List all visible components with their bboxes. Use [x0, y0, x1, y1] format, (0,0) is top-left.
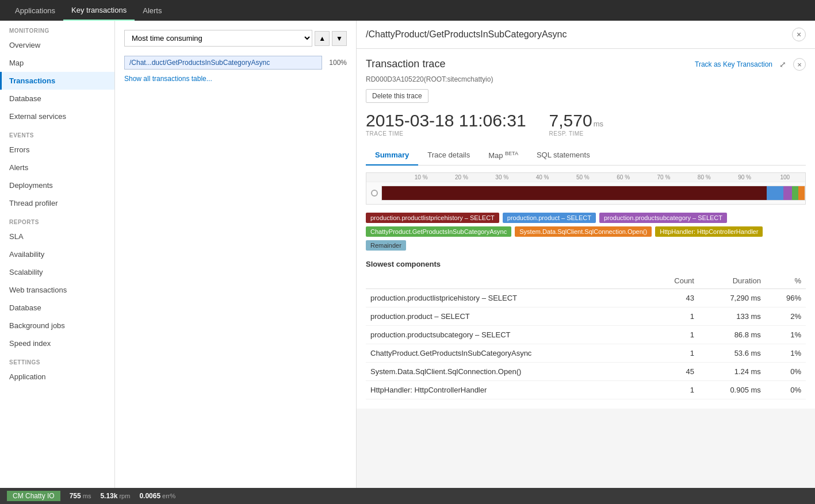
sidebar-item-alerts[interactable]: Alerts — [0, 159, 114, 176]
status-app-name[interactable]: CM Chatty IO — [7, 491, 60, 501]
sidebar-item-database[interactable]: Database — [0, 90, 114, 107]
trace-detail-panel: /ChattyProduct/GetProductsInSubCategoryA… — [357, 21, 815, 504]
main-layout: MONITORING Overview Map Transactions Dat… — [0, 21, 815, 504]
slowest-components-table: Count Duration % production.productlistp… — [366, 273, 806, 399]
sidebar-item-reports-database[interactable]: Database — [0, 299, 114, 317]
transaction-row-0[interactable]: /Chat...duct/GetProductsInSubCategoryAsy… — [124, 56, 347, 70]
sidebar-item-map[interactable]: Map — [0, 54, 114, 72]
slowest-row-3: ChattyProduct.GetProductsInSubCategoryAs… — [366, 344, 806, 363]
waterfall-segment-4 — [798, 186, 805, 200]
waterfall-axis-60: 60 % — [603, 174, 643, 180]
tab-trace-details[interactable]: Trace details — [418, 146, 479, 166]
tab-summary[interactable]: Summary — [366, 146, 418, 166]
tab-map[interactable]: Map BETA — [479, 146, 527, 166]
sidebar-item-external-services[interactable]: External services — [0, 107, 114, 125]
slowest-duration-0: 7,290 ms — [699, 289, 766, 307]
slowest-duration-5: 0.905 ms — [699, 381, 766, 399]
slowest-count-3: 1 — [650, 344, 699, 363]
show-all-link[interactable]: Show all transactions table... — [124, 75, 212, 83]
waterfall-axis-70: 70 % — [644, 174, 684, 180]
sidebar-item-availability[interactable]: Availability — [0, 245, 114, 263]
filter-select[interactable]: Most time consuming — [124, 30, 312, 47]
tt-header: Transaction trace Track as Key Transacti… — [366, 58, 806, 71]
slowest-duration-1: 133 ms — [699, 307, 766, 326]
slowest-row-1: production.product – SELECT 1 133 ms 2% — [366, 307, 806, 326]
status-bar: CM Chatty IO 755 ms 5.13k rpm 0.0065 err… — [0, 488, 815, 504]
sidebar-item-scalability[interactable]: Scalability — [0, 263, 114, 281]
waterfall-axis-80: 80 % — [684, 174, 724, 180]
filter-sort-asc[interactable]: ▲ — [315, 31, 330, 46]
slowest-row-0: production.productlistpricehistory – SEL… — [366, 289, 806, 307]
tt-expand-btn[interactable]: ⤢ — [777, 59, 789, 70]
tab-map-beta: BETA — [505, 151, 518, 156]
slowest-name-5: HttpHandler: HttpControllerHandler — [366, 381, 650, 399]
waterfall-axis-40: 40 % — [522, 174, 563, 180]
sidebar-item-speed-index[interactable]: Speed index — [0, 334, 114, 352]
tt-root-id: RD000D3A105220(ROOT:sitecmchattyio) — [366, 75, 806, 83]
waterfall-bar-area — [381, 186, 805, 201]
monitoring-section-label: MONITORING — [0, 21, 114, 36]
sidebar-item-background-jobs[interactable]: Background jobs — [0, 317, 114, 334]
settings-section-label: SETTINGS — [0, 352, 114, 368]
waterfall-segment-1 — [767, 186, 783, 200]
nav-applications[interactable]: Applications — [7, 0, 63, 21]
legend-item-2: production.productsubcategory – SELECT — [599, 213, 727, 223]
slowest-pct-5: 0% — [766, 381, 806, 399]
sidebar-item-web-transactions[interactable]: Web transactions — [0, 281, 114, 299]
slowest-pct-4: 0% — [766, 363, 806, 381]
slowest-pct-2: 1% — [766, 326, 806, 344]
tt-key-transaction-link[interactable]: Track as Key Transaction — [695, 60, 772, 68]
sidebar: MONITORING Overview Map Transactions Dat… — [0, 21, 115, 504]
tabs: Summary Trace details Map BETA SQL state… — [366, 146, 806, 166]
filter-sort-desc[interactable]: ▼ — [332, 31, 347, 46]
filter-bar: Most time consuming ▲ ▼ — [124, 30, 347, 47]
waterfall-axis: 10 % 20 % 30 % 40 % 50 % 60 % 70 % 80 % … — [366, 173, 805, 182]
trace-time-label: TRACE TIME — [366, 130, 526, 137]
legend-item-4: System.Data.SqlClient.SqlConnection.Open… — [515, 226, 652, 237]
col-header-count: Count — [650, 273, 699, 289]
legend-item-1: production.product – SELECT — [503, 213, 596, 223]
slowest-row-2: production.productsubcategory – SELECT 1… — [366, 326, 806, 344]
resp-time-unit: ms — [594, 120, 603, 128]
waterfall-segment-3 — [792, 186, 798, 200]
events-section-label: EVENTS — [0, 125, 114, 141]
sidebar-item-application[interactable]: Application — [0, 368, 114, 386]
sidebar-item-transactions[interactable]: Transactions — [0, 72, 114, 90]
slowest-pct-1: 2% — [766, 307, 806, 326]
sidebar-item-errors[interactable]: Errors — [0, 141, 114, 159]
waterfall-axis-20: 20 % — [441, 174, 481, 180]
slowest-duration-2: 86.8 ms — [699, 326, 766, 344]
slowest-name-3: ChattyProduct.GetProductsInSubCategoryAs… — [366, 344, 650, 363]
slowest-count-0: 43 — [650, 289, 699, 307]
tab-sql-statements[interactable]: SQL statements — [527, 146, 599, 166]
slowest-name-4: System.Data.SqlClient.SqlConnection.Open… — [366, 363, 650, 381]
transaction-bar-label-0: /Chat...duct/GetProductsInSubCategoryAsy… — [124, 56, 322, 70]
sidebar-item-sla[interactable]: SLA — [0, 228, 114, 245]
sidebar-item-thread-profiler[interactable]: Thread profiler — [0, 194, 114, 212]
waterfall-axis-50: 50 % — [563, 174, 603, 180]
slowest-pct-0: 96% — [766, 289, 806, 307]
waterfall-dot — [371, 190, 378, 197]
top-nav: Applications Key transactions Alerts — [0, 0, 815, 21]
legend-row: production.productlistpricehistory – SEL… — [366, 213, 806, 251]
sidebar-item-overview[interactable]: Overview — [0, 36, 114, 54]
reports-section-label: REPORTS — [0, 212, 114, 228]
legend-item-6: Remainder — [366, 240, 406, 251]
status-metric-2: 0.0065 err% — [139, 492, 175, 500]
main-content: Most time consuming ▲ ▼ /Chat...duct/Get… — [115, 21, 815, 504]
tt-close-btn[interactable]: × — [793, 58, 806, 71]
delete-trace-button[interactable]: Delete this trace — [366, 89, 428, 103]
waterfall-axis-90: 90 % — [724, 174, 764, 180]
transaction-bar-pct-0: 100% — [327, 59, 347, 67]
tt-title: Transaction trace — [366, 58, 445, 70]
nav-key-transactions[interactable]: Key transactions — [63, 0, 135, 21]
legend-item-5: HttpHandler: HttpControllerHandler — [655, 226, 763, 237]
stats-row: 2015-03-18 11:06:31 TRACE TIME 7,570 ms … — [366, 111, 806, 137]
trace-time-value: 2015-03-18 11:06:31 — [366, 111, 526, 130]
sidebar-item-deployments[interactable]: Deployments — [0, 176, 114, 194]
slowest-count-2: 1 — [650, 326, 699, 344]
waterfall-axis-10: 10 % — [401, 174, 441, 180]
trace-outer-close[interactable]: × — [792, 28, 806, 41]
col-header-duration: Duration — [699, 273, 766, 289]
nav-alerts[interactable]: Alerts — [135, 0, 170, 21]
